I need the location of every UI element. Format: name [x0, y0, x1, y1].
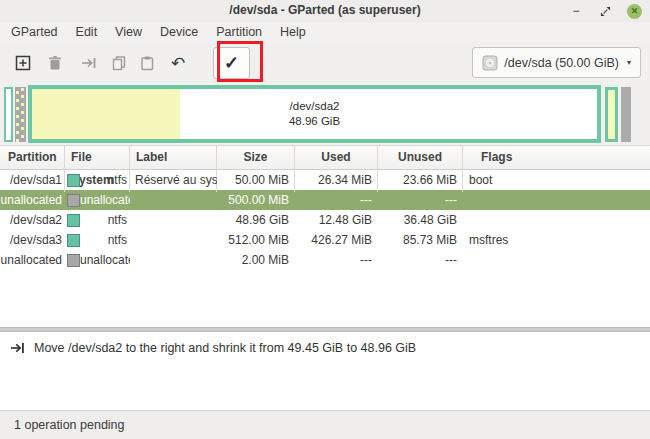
cell-unused: ---: [378, 190, 463, 210]
cell-filesystem: unallocated: [65, 250, 130, 270]
cell-label: Réservé au système: [130, 170, 217, 190]
cell-flags: [463, 210, 650, 230]
filesystem-name: ntfs: [80, 230, 130, 250]
cell-unused: 85.73 MiB: [378, 230, 463, 250]
resize-move-icon: [10, 340, 26, 356]
segment-partition-size: 48.96 GiB: [32, 114, 597, 129]
table-row-sda2[interactable]: /dev/sda2 ntfs 48.96 GiB 12.48 GiB 36.48…: [0, 210, 650, 230]
cell-filesystem: unallocated: [65, 190, 130, 210]
cell-label: [130, 230, 217, 250]
disk-segment-sda2[interactable]: /dev/sda2 48.96 GiB: [28, 85, 601, 143]
menu-device[interactable]: Device: [151, 24, 207, 40]
statusbar: 1 operation pending: [0, 410, 650, 439]
disk-segment-unallocated-1[interactable]: [15, 87, 26, 142]
filesystem-name: unallocated: [80, 250, 130, 270]
copy-icon: [110, 54, 128, 72]
cell-used: 12.48 GiB: [295, 210, 378, 230]
titlebar: /dev/sda - GParted (as superuser) − ✕: [0, 0, 650, 22]
window-controls: − ✕: [569, 0, 642, 22]
table-row-sda1[interactable]: /dev/sda1 ntfs Réservé au système 50.00 …: [0, 170, 650, 190]
cell-size: 48.96 GiB: [217, 210, 295, 230]
cell-label: [130, 210, 217, 230]
cell-partition: unallocated: [0, 250, 65, 270]
menubar: GParted Edit View Device Partition Help: [0, 22, 650, 42]
disk-segment-unallocated-2[interactable]: [621, 87, 631, 142]
pending-operation-item: Move /dev/sda2 to the right and shrink i…: [0, 332, 650, 356]
new-partition-icon: [14, 54, 32, 72]
table-row-unallocated-1[interactable]: unallocated unallocated 500.00 MiB --- -…: [0, 190, 650, 210]
restore-button[interactable]: [598, 4, 612, 18]
table-header-row: Partition File System Label Size Used Un…: [0, 146, 650, 170]
filesystem-color-swatch: [67, 234, 80, 247]
cell-flags: boot: [463, 170, 650, 190]
menu-edit[interactable]: Edit: [67, 24, 107, 40]
filesystem-color-swatch: [67, 254, 80, 267]
filesystem-name: ntfs: [80, 170, 130, 190]
restore-icon: [600, 6, 611, 17]
menu-view[interactable]: View: [106, 24, 151, 40]
cell-partition: unallocated: [0, 190, 65, 210]
table-row-unallocated-2[interactable]: unallocated unallocated 2.00 MiB --- ---: [0, 250, 650, 270]
disk-segment-sda1[interactable]: [4, 87, 13, 142]
cell-size: 512.00 MiB: [217, 230, 295, 250]
cell-partition: /dev/sda2: [0, 210, 65, 230]
disk-visual-panel: /dev/sda2 48.96 GiB: [0, 84, 650, 145]
cell-filesystem: ntfs: [65, 230, 130, 250]
cell-unused: 36.48 GiB: [378, 210, 463, 230]
cell-label: [130, 250, 217, 270]
delete-partition-button[interactable]: [46, 54, 64, 72]
filesystem-name: ntfs: [80, 210, 130, 230]
disk-icon: [482, 55, 498, 71]
filesystem-name: unallocated: [80, 190, 130, 210]
disk-segment-label: /dev/sda2 48.96 GiB: [32, 99, 597, 129]
cell-used: 26.34 MiB: [295, 170, 378, 190]
close-icon: ✕: [631, 6, 639, 16]
cell-used: ---: [295, 190, 378, 210]
filesystem-color-swatch: [67, 194, 80, 207]
cell-size: 500.00 MiB: [217, 190, 295, 210]
menu-partition[interactable]: Partition: [207, 24, 271, 40]
apply-operations-button[interactable]: ✓: [213, 47, 250, 79]
new-partition-button[interactable]: [14, 54, 32, 72]
window-title: /dev/sda - GParted (as superuser): [0, 3, 650, 17]
cell-flags: msftres: [463, 230, 650, 250]
cell-partition: /dev/sda1: [0, 170, 65, 190]
cell-filesystem: ntfs: [65, 210, 130, 230]
resize-move-button[interactable]: [80, 54, 98, 72]
operation-description: Move /dev/sda2 to the right and shrink i…: [34, 341, 416, 355]
device-selector[interactable]: /dev/sda (50.00 GiB) ▾: [472, 47, 641, 78]
cell-size: 2.00 MiB: [217, 250, 295, 270]
paste-partition-button[interactable]: [138, 54, 156, 72]
filesystem-color-swatch: [67, 174, 80, 187]
menu-help[interactable]: Help: [271, 24, 315, 40]
partition-table: Partition File System Label Size Used Un…: [0, 145, 650, 327]
toolbar: ↶ ✓ /dev/sda (50.00 GiB) ▾: [0, 42, 650, 84]
pending-operations-count: 1 operation pending: [14, 418, 125, 432]
cell-unused: ---: [378, 250, 463, 270]
cell-used: ---: [295, 250, 378, 270]
resize-move-icon: [80, 54, 98, 72]
table-row-sda3[interactable]: /dev/sda3 ntfs 512.00 MiB 426.27 MiB 85.…: [0, 230, 650, 250]
cell-flags: [463, 190, 650, 210]
disk-segment-sda3[interactable]: [605, 87, 618, 142]
pending-operations-panel: Move /dev/sda2 to the right and shrink i…: [0, 332, 650, 410]
cell-used: 426.27 MiB: [295, 230, 378, 250]
cell-label: [130, 190, 217, 210]
cell-filesystem: ntfs: [65, 170, 130, 190]
chevron-down-icon: ▾: [627, 58, 631, 67]
filesystem-color-swatch: [67, 214, 80, 227]
close-button[interactable]: ✕: [627, 4, 642, 19]
cell-flags: [463, 250, 650, 270]
undo-button[interactable]: ↶: [169, 54, 187, 72]
menu-gparted[interactable]: GParted: [2, 24, 67, 40]
device-selector-label: /dev/sda (50.00 GiB): [504, 56, 619, 70]
trash-icon: [46, 54, 64, 72]
segment-partition-name: /dev/sda2: [32, 99, 597, 114]
apply-check-icon: ✓: [224, 52, 239, 74]
minimize-button[interactable]: −: [569, 4, 583, 18]
cell-size: 50.00 MiB: [217, 170, 295, 190]
copy-partition-button[interactable]: [110, 54, 128, 72]
cell-partition: /dev/sda3: [0, 230, 65, 250]
paste-icon: [138, 54, 156, 72]
cell-unused: 23.66 MiB: [378, 170, 463, 190]
